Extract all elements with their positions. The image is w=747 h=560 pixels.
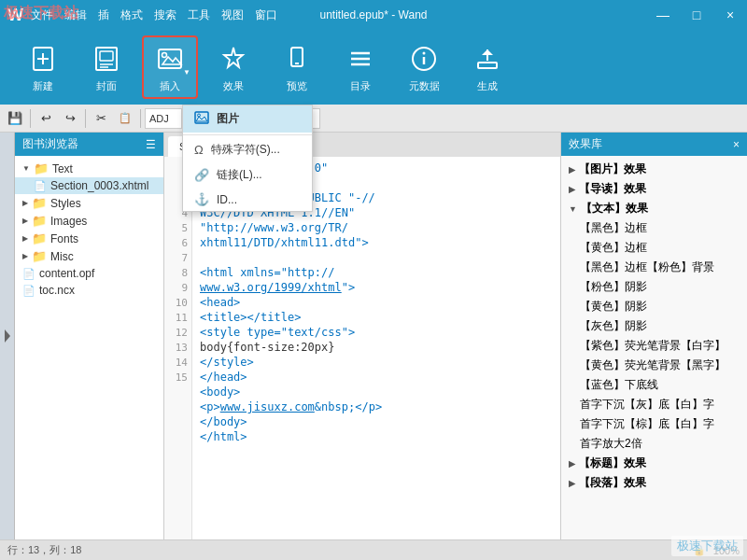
maximize-button[interactable]: □ (680, 0, 713, 30)
effects-panel: 效果库 × ▶ 【图片】效果 ▶ 【导读】效果 ▼ 【文本】效果 【黑色】边框 … (560, 133, 747, 539)
menu-insert-menu[interactable]: 插 (98, 7, 109, 23)
preview-button[interactable]: 预览 (269, 35, 325, 99)
window-title: untitled.epub* - Wand (320, 8, 428, 21)
toc-label: 目录 (350, 79, 371, 93)
new-button[interactable]: 新建 (15, 35, 71, 99)
effect-item-black-border-pink-bg[interactable]: 【黑色】边框【粉色】背景 (561, 258, 747, 277)
file-icon-section: 📄 (34, 180, 47, 192)
dropdown-item-link[interactable]: 🔗 链接(L)... (183, 162, 312, 188)
generate-label: 生成 (477, 79, 498, 93)
cover-button[interactable]: 封面 (78, 35, 134, 99)
redo-button[interactable]: ↪ (59, 108, 81, 129)
dropdown-item-image[interactable]: 图片 (183, 105, 312, 133)
tree-item-images[interactable]: ▶ 📁 Images (15, 212, 163, 230)
editor-content: 1 2 3 4 5 6 7 8 9 10 11 12 13 14 15 <?xm… (164, 157, 560, 539)
effect-header-para[interactable]: ▶ 【段落】效果 (561, 473, 747, 493)
tree-item-toc-ncx[interactable]: 📄 toc.ncx (15, 282, 163, 299)
effect-item-yellow-shadow[interactable]: 【黄色】阴影 (561, 297, 747, 316)
main-toolbar: 新建 封面 插入 ▼ 效果 (0, 30, 747, 105)
effect-item-pink-shadow[interactable]: 【粉色】阴影 (561, 277, 747, 297)
code-line-16: <body> (200, 385, 553, 399)
effect-header-image[interactable]: ▶ 【图片】效果 (561, 160, 747, 179)
file-browser-menu-icon[interactable]: ☰ (146, 138, 156, 151)
code-line-5: "http://www.w3.org/TR/ (200, 220, 553, 235)
effect-label-pink-shadow: 【粉色】阴影 (580, 279, 647, 295)
metadata-icon (407, 42, 441, 76)
effect-item-dropcap-2x[interactable]: 首字放大2倍 (561, 434, 747, 454)
effect-item-dropcap-brown[interactable]: 首字下沉【棕】底【白】字 (561, 414, 747, 434)
dropdown-item-id[interactable]: ⚓ ID... (183, 188, 312, 211)
minimize-button[interactable]: — (646, 0, 680, 30)
adj-button[interactable]: ADJ (145, 108, 182, 129)
tb2-sep3 (140, 109, 141, 128)
effects-button[interactable]: 效果 (205, 35, 261, 99)
tree-item-content-opf[interactable]: 📄 content.opf (15, 265, 163, 282)
menu-search[interactable]: 搜索 (154, 7, 176, 23)
effects-panel-close[interactable]: × (733, 138, 740, 151)
dropdown-item-special-char[interactable]: Ω 特殊字符(S)... (183, 137, 312, 162)
generate-button[interactable]: 生成 (459, 35, 515, 99)
code-editor[interactable]: <?xml version="1.0" coding="utf-8"?> <!D… (192, 157, 560, 539)
code-line-17: <p>www.jisuxz.com&nbsp;</p> (200, 399, 553, 414)
menu-edit[interactable]: 编辑 (64, 7, 87, 23)
effect-header-guide[interactable]: ▶ 【导读】效果 (561, 179, 747, 199)
effect-item-black-border[interactable]: 【黑色】边框 (561, 218, 747, 238)
tree-label-content-opf: content.opf (39, 267, 94, 280)
cut-button[interactable]: ✂ (90, 108, 112, 129)
effect-item-gray-shadow[interactable]: 【灰色】阴影 (561, 316, 747, 336)
line-num-11: 11 (164, 310, 191, 325)
code-line-10: <head> (200, 295, 553, 310)
folder-icon-fonts: 📁 (32, 231, 47, 245)
effect-label-title-h: 【标题】效果 (579, 455, 646, 471)
folder-icon-misc: 📁 (32, 249, 47, 263)
paste-button[interactable]: 📋 (114, 108, 136, 129)
tree-label-styles: Styles (50, 197, 81, 210)
close-button[interactable]: × (713, 0, 747, 30)
special-char-label: 特殊字符(S)... (211, 142, 280, 158)
link-menu-icon: 🔗 (194, 168, 209, 182)
effect-label-guide: 【导读】效果 (579, 181, 646, 197)
tree-item-misc[interactable]: ▶ 📁 Misc (15, 247, 163, 265)
effect-label-black-border-pink-bg: 【黑色】边框【粉色】背景 (580, 259, 714, 275)
tree-item-fonts[interactable]: ▶ 📁 Fonts (15, 230, 163, 247)
main-area: 图书浏览器 ☰ ▼ 📁 Text 📄 Section_0003.xhtml ▶ … (0, 133, 747, 539)
encoding-icon: 🔒 (693, 544, 706, 556)
effect-item-yellow-hl-black[interactable]: 【黄色】荧光笔背景【黑字】 (561, 356, 747, 375)
effect-header-title[interactable]: ▶ 【标题】效果 (561, 454, 747, 473)
file-browser-title: 图书浏览器 ☰ (15, 133, 163, 156)
preview-icon (280, 42, 314, 76)
metadata-button[interactable]: 元数据 (396, 35, 452, 99)
effect-label-black-border: 【黑色】边框 (580, 220, 647, 236)
tree-label-misc: Misc (50, 250, 74, 263)
effect-label-dropcap-2x: 首字放大2倍 (580, 436, 642, 452)
tree-item-section[interactable]: 📄 Section_0003.xhtml (15, 177, 163, 194)
tree-item-text[interactable]: ▼ 📁 Text (15, 160, 163, 177)
insert-button[interactable]: 插入 ▼ (142, 35, 198, 99)
file-tree: ▼ 📁 Text 📄 Section_0003.xhtml ▶ 📁 Styles… (15, 156, 163, 539)
line-num-9: 9 (164, 280, 191, 295)
code-line-6: xhtml11/DTD/xhtml11.dtd"> (200, 235, 553, 250)
menu-file[interactable]: 文件 (31, 7, 53, 23)
tree-item-styles[interactable]: ▶ 📁 Styles (15, 194, 163, 212)
undo-button[interactable]: ↩ (35, 108, 57, 129)
effect-label-dropcap-gray: 首字下沉【灰】底【白】字 (580, 397, 714, 413)
effect-item-purple-hl-white[interactable]: 【紫色】荧光笔背景【白字】 (561, 336, 747, 356)
panel-toggle[interactable] (0, 133, 15, 539)
code-line-19: </html> (200, 429, 553, 444)
menu-format[interactable]: 格式 (120, 7, 143, 23)
effect-header-text[interactable]: ▼ 【文本】效果 (561, 199, 747, 218)
effect-label-para-h: 【段落】效果 (579, 475, 646, 491)
effect-label-blue-underline: 【蓝色】下底线 (580, 377, 658, 393)
line-num-12: 12 (164, 325, 191, 340)
special-char-icon: Ω (194, 143, 204, 157)
effect-item-blue-underline[interactable]: 【蓝色】下底线 (561, 375, 747, 395)
menu-window[interactable]: 窗口 (255, 7, 277, 23)
menu-tools[interactable]: 工具 (188, 7, 210, 23)
effect-item-yellow-border[interactable]: 【黄色】边框 (561, 238, 747, 258)
save-button[interactable]: 💾 (4, 108, 26, 129)
effect-item-dropcap-gray[interactable]: 首字下沉【灰】底【白】字 (561, 395, 747, 414)
toc-button[interactable]: 目录 (332, 35, 388, 99)
status-bar: 行：13，列：18 🔒 100% (0, 539, 747, 560)
tree-arrow-fonts: ▶ (22, 234, 28, 243)
menu-view[interactable]: 视图 (221, 7, 244, 23)
